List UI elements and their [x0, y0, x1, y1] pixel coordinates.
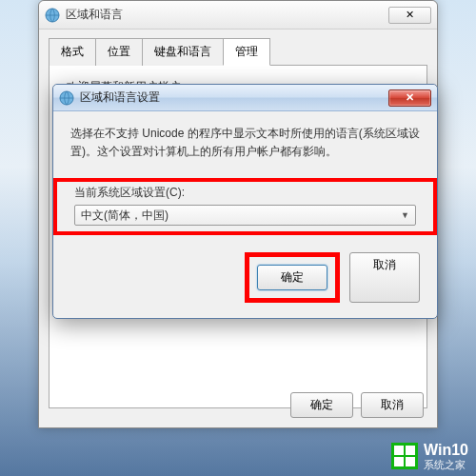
highlight-locale-selector: 当前系统区域设置(C): 中文(简体，中国) ▼: [53, 178, 437, 235]
globe-icon: [59, 90, 74, 106]
current-locale-label: 当前系统区域设置(C):: [60, 185, 430, 205]
tabs: 格式 位置 键盘和语言 管理: [49, 37, 427, 66]
tab-admin[interactable]: 管理: [223, 38, 270, 66]
child-cancel-button[interactable]: 取消: [349, 252, 420, 303]
child-buttons: 确定 取消: [70, 252, 420, 303]
parent-buttons: 确定 取消: [290, 392, 424, 418]
tab-format[interactable]: 格式: [49, 38, 96, 66]
parent-cancel-button[interactable]: 取消: [361, 392, 424, 418]
child-body: 选择在不支持 Unicode 的程序中显示文本时所使用的语言(系统区域设置)。这…: [53, 111, 437, 318]
parent-title: 区域和语言: [66, 7, 123, 23]
locale-selected-value: 中文(简体，中国): [81, 208, 169, 224]
tab-keyboard[interactable]: 键盘和语言: [142, 38, 224, 66]
dialog-description: 选择在不支持 Unicode 的程序中显示文本时所使用的语言(系统区域设置)。这…: [70, 125, 420, 161]
child-close-button[interactable]: ✕: [388, 89, 431, 107]
tab-location[interactable]: 位置: [95, 38, 143, 66]
locale-dropdown[interactable]: 中文(简体，中国) ▼: [74, 205, 416, 226]
globe-icon: [45, 8, 60, 23]
watermark-brand: Win10: [424, 442, 468, 459]
child-title: 区域和语言设置: [80, 89, 160, 106]
highlight-ok-button: 确定: [245, 252, 340, 303]
watermark-sub: 系统之家: [424, 459, 468, 470]
win10-logo-icon: [391, 443, 418, 469]
parent-titlebar: 区域和语言 ✕: [39, 1, 437, 30]
region-language-settings-dialog: 区域和语言设置 ✕ 选择在不支持 Unicode 的程序中显示文本时所使用的语言…: [52, 84, 438, 319]
child-ok-button[interactable]: 确定: [257, 265, 327, 290]
child-titlebar: 区域和语言设置 ✕: [53, 85, 437, 111]
parent-close-button[interactable]: ✕: [388, 7, 431, 24]
dropdown-arrow-icon: ▼: [401, 210, 409, 220]
watermark: Win10 系统之家: [391, 442, 468, 470]
parent-ok-button[interactable]: 确定: [290, 392, 353, 418]
